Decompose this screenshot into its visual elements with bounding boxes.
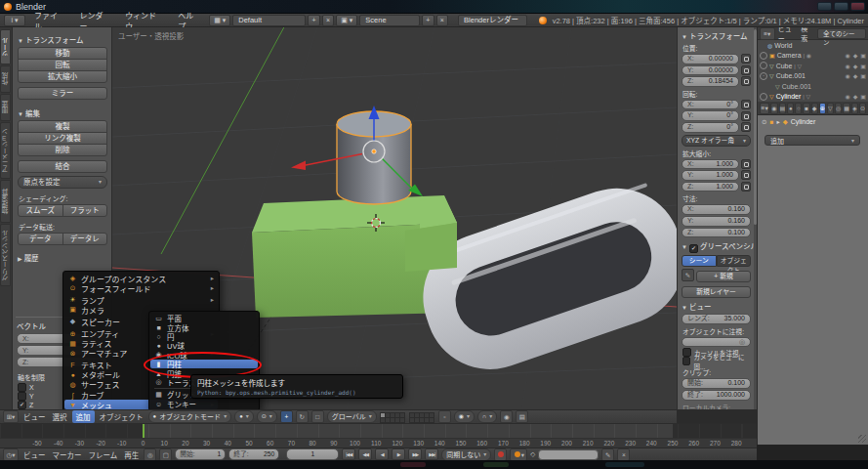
panel-header-history[interactable]: ▶履歴: [18, 252, 107, 263]
frame-end-field[interactable]: 終了:250: [228, 448, 279, 460]
layout-name-field[interactable]: Default: [232, 15, 306, 26]
expand-icon[interactable]: [760, 93, 767, 101]
panel-header-transform[interactable]: ▼トランスフォーム: [682, 30, 751, 41]
renderable-icon[interactable]: ▣: [860, 93, 866, 100]
manipulator-scale-toggle[interactable]: □: [311, 410, 324, 423]
snap-dropdown[interactable]: ∩▾: [477, 410, 497, 423]
outliner-menu-search[interactable]: 検索: [801, 27, 814, 43]
delete-button[interactable]: 削除: [18, 144, 107, 156]
rotation-mode-dropdown[interactable]: XYZ オイラー角▾: [682, 135, 751, 147]
gp-scene-toggle[interactable]: シーン: [682, 255, 717, 267]
sync-dropdown[interactable]: 同期しない▾: [441, 448, 491, 461]
editor-type-info-icon[interactable]: i ▾: [4, 15, 25, 26]
lock-icon[interactable]: [741, 54, 751, 64]
selectable-icon[interactable]: ◆: [853, 93, 858, 100]
world-tab-icon[interactable]: ○: [795, 103, 802, 114]
panel-header-view[interactable]: ▼ビュー: [682, 301, 751, 312]
play-button[interactable]: ▶: [392, 448, 405, 460]
add-menu-button[interactable]: 追加: [72, 410, 95, 423]
data-transfer-button[interactable]: データ: [18, 233, 63, 245]
delete-keyframe-icon[interactable]: ×: [617, 448, 630, 461]
outliner-row-camera[interactable]: ▣ Camera | ◉ ◉◆▣: [758, 51, 868, 62]
play-reverse-button[interactable]: ◀: [375, 448, 389, 460]
lock-icon[interactable]: [741, 170, 751, 180]
selectable-icon[interactable]: ◆: [853, 72, 858, 79]
shelf-tab-create[interactable]: 作成: [0, 65, 11, 93]
rotation-y-field[interactable]: Y:0°: [682, 110, 739, 121]
set-origin-dropdown[interactable]: 原点を設定▾: [18, 176, 107, 189]
timeline-track[interactable]: [0, 423, 757, 439]
close-button[interactable]: [850, 2, 865, 11]
editor-type-timeline-icon[interactable]: ◷▾: [3, 448, 19, 461]
manipulator-rotate-toggle[interactable]: ↻: [296, 410, 309, 423]
visibility-eye-icon[interactable]: ◉: [845, 63, 849, 69]
opengl-render-anim-icon[interactable]: ▤: [516, 410, 528, 423]
lens-field[interactable]: レンズ:35.000: [682, 314, 751, 324]
scene-name-field[interactable]: Scene: [359, 15, 420, 26]
gp-new-layer-button[interactable]: 新規レイヤー: [682, 286, 751, 298]
shade-smooth-button[interactable]: スムーズ: [18, 204, 63, 217]
minimize-button[interactable]: [817, 2, 832, 11]
outliner-scope-dropdown[interactable]: 全てのシーン: [817, 28, 866, 39]
jump-to-start-button[interactable]: |◀◀: [342, 448, 355, 460]
add-modifier-dropdown[interactable]: 追加▾: [765, 135, 860, 146]
scale-y-field[interactable]: Y:1.000: [682, 170, 739, 181]
visibility-eye-icon[interactable]: ◉: [845, 52, 849, 59]
delete-layout-button[interactable]: ×: [322, 15, 335, 26]
lock-icon[interactable]: [741, 182, 751, 192]
outliner-row-cube001[interactable]: - ▽ Cube.001 ◉◆▣: [758, 71, 868, 82]
current-frame-field[interactable]: 1: [286, 448, 339, 460]
timeline-marker-menu[interactable]: マーカー: [51, 449, 84, 460]
maximize-button[interactable]: [834, 2, 848, 11]
shelf-tab-physics[interactable]: 物理演算: [0, 180, 11, 223]
pivot-dropdown[interactable]: ⊙▾: [257, 410, 277, 423]
lock-to-cursor-checkbox[interactable]: [682, 348, 691, 357]
resize-grip[interactable]: [858, 435, 866, 443]
axis-z-checkbox[interactable]: ✓: [18, 401, 26, 409]
particles-tab-icon[interactable]: ◈: [851, 103, 858, 114]
layers-widget-2[interactable]: [409, 412, 434, 422]
data-tab-icon[interactable]: ▽: [827, 103, 834, 114]
gp-new-button[interactable]: + 新規: [696, 271, 751, 282]
object-menu[interactable]: オブジェクト: [98, 411, 145, 422]
menu-item-group-instance[interactable]: ◈グループのインスタンス▸: [64, 274, 218, 283]
join-button[interactable]: 結合: [18, 160, 107, 173]
location-y-field[interactable]: Y:0.00000: [682, 65, 739, 76]
proportional-edit-dropdown[interactable]: ◉▾: [454, 410, 475, 423]
frame-start-field[interactable]: 開始:1: [175, 448, 226, 460]
insert-keyframe-icon[interactable]: ✎: [601, 448, 614, 461]
pin-icon[interactable]: ⊙: [762, 118, 766, 126]
scene-icon[interactable]: ▣ ▾: [336, 15, 357, 26]
texture-tab-icon[interactable]: ▦: [843, 103, 850, 114]
modifiers-tab-icon[interactable]: ⊕: [819, 103, 826, 114]
current-frame-marker[interactable]: [143, 424, 145, 439]
data-layout-transfer-button[interactable]: データレ: [62, 233, 108, 245]
editor-type-3dview-icon[interactable]: ⊞▾: [3, 410, 19, 423]
lock-icon[interactable]: [741, 111, 751, 121]
renderable-icon[interactable]: ▣: [860, 72, 866, 79]
screen-layout-icon[interactable]: ▦ ▾: [209, 15, 230, 26]
menu-item-monkey[interactable]: ☺モンキー: [150, 400, 258, 408]
collapse-icon[interactable]: -: [760, 72, 767, 80]
outliner-row-cube001-data[interactable]: ▽ Cube.001: [758, 81, 868, 92]
shelf-tab-relations[interactable]: 関連: [0, 94, 11, 121]
select-menu[interactable]: 選択: [51, 411, 69, 422]
expand-icon[interactable]: [760, 62, 767, 69]
outliner-menu-view[interactable]: ビュー: [778, 27, 799, 43]
view-menu[interactable]: ビュー: [21, 411, 48, 422]
shade-flat-button[interactable]: フラット: [62, 204, 108, 217]
lock-icon[interactable]: [741, 122, 751, 132]
renderable-icon[interactable]: ▣: [860, 52, 866, 59]
expand-icon[interactable]: [760, 52, 767, 60]
lock-icon[interactable]: [741, 65, 751, 75]
auto-keyframe-dropdown[interactable]: ▾: [510, 448, 527, 461]
clip-start-field[interactable]: 開始:0.100: [682, 378, 751, 389]
lock-camera-to-view-checkbox[interactable]: [682, 357, 690, 365]
scene-tab-icon[interactable]: ●: [787, 103, 794, 114]
selectable-icon[interactable]: ◆: [853, 52, 858, 59]
viewport-shading-dropdown[interactable]: ●▾: [234, 410, 254, 423]
visibility-eye-icon[interactable]: ◉: [845, 72, 849, 79]
render-tab-icon[interactable]: ◉: [770, 103, 777, 114]
editor-type-outliner-icon[interactable]: ≡▾: [760, 27, 775, 40]
timeline-view-menu[interactable]: ビュー: [21, 449, 48, 460]
